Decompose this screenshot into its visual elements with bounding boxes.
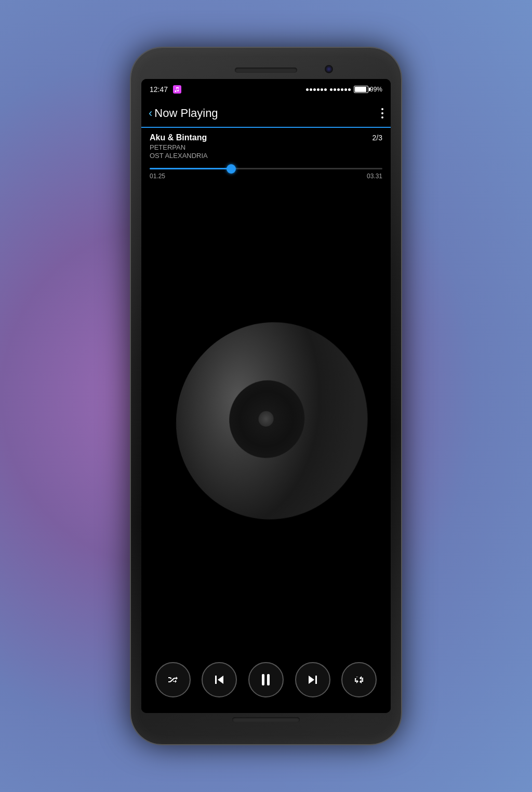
playback-controls	[141, 652, 391, 713]
phone-frame: 12:47	[131, 48, 401, 744]
vinyl-disc	[167, 320, 365, 518]
music-app-icon	[173, 85, 181, 94]
song-title-row: Aku & Bintang 2/3	[150, 133, 382, 142]
repeat-button[interactable]	[341, 662, 377, 697]
progress-track[interactable]	[150, 168, 382, 169]
vinyl-outer	[172, 316, 368, 526]
phone-screen: 12:47	[141, 79, 391, 713]
vinyl-hole	[258, 411, 274, 427]
battery-percent: 99%	[370, 86, 382, 93]
more-options-button[interactable]	[381, 108, 383, 118]
time-total: 03.31	[367, 173, 382, 180]
svg-rect-1	[215, 676, 217, 684]
next-icon	[307, 674, 318, 685]
front-camera	[324, 64, 334, 74]
status-left: 12:47	[150, 85, 181, 94]
status-right: 99%	[306, 86, 382, 93]
progress-thumb[interactable]	[227, 164, 236, 174]
progress-section: 01.25 03.31	[141, 164, 391, 186]
vinyl-label	[228, 379, 305, 459]
status-time: 12:47	[150, 85, 168, 94]
back-button[interactable]: ‹ Now Playing	[149, 107, 218, 120]
track-count: 2/3	[373, 134, 382, 142]
menu-dot-3	[381, 116, 383, 118]
shuffle-icon	[167, 675, 179, 685]
song-album: OST ALEXANDRIA	[150, 152, 382, 160]
battery-indicator: 99%	[354, 86, 382, 93]
shuffle-button[interactable]	[155, 662, 191, 697]
next-button[interactable]	[295, 662, 330, 697]
page-title: Now Playing	[154, 107, 218, 120]
status-bar: 12:47	[141, 79, 391, 100]
menu-dot-1	[381, 108, 383, 110]
previous-icon	[214, 674, 225, 685]
song-artist: PETERPAN	[150, 143, 382, 151]
pause-icon	[262, 674, 270, 685]
repeat-icon	[353, 674, 365, 685]
speaker-top	[235, 68, 297, 73]
svg-rect-3	[315, 676, 317, 684]
song-title: Aku & Bintang	[150, 133, 207, 142]
album-art-area	[141, 186, 391, 652]
time-elapsed: 01.25	[150, 173, 165, 180]
speaker-bottom	[232, 717, 300, 722]
top-nav-bar: ‹ Now Playing	[141, 100, 391, 127]
svg-marker-0	[218, 676, 223, 684]
signal-indicator	[306, 88, 327, 91]
prev-button[interactable]	[202, 662, 237, 697]
pause-button[interactable]	[248, 662, 284, 697]
signal-indicator-2	[330, 88, 351, 91]
back-chevron-icon: ‹	[149, 108, 152, 119]
progress-fill	[150, 168, 231, 169]
menu-dot-2	[381, 112, 383, 114]
svg-marker-2	[309, 676, 314, 684]
song-info-section: Aku & Bintang 2/3 PETERPAN OST ALEXANDRI…	[141, 128, 391, 164]
progress-times: 01.25 03.31	[150, 173, 382, 180]
